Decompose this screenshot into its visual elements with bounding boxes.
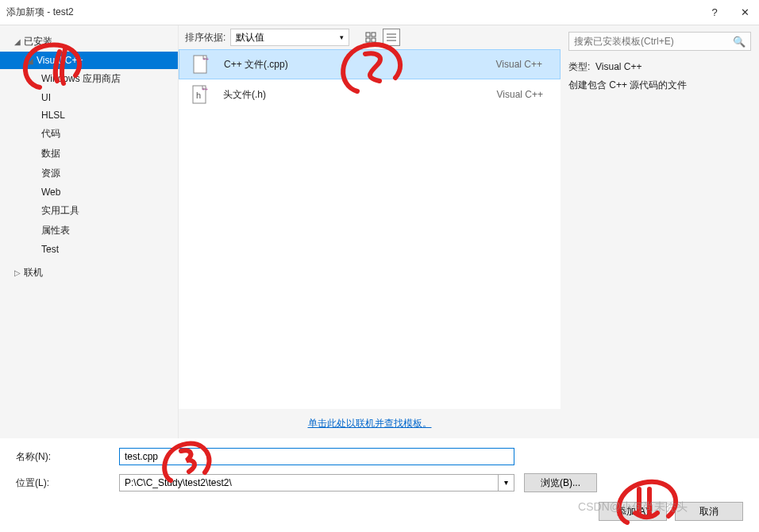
sort-label: 排序依据:	[185, 31, 225, 44]
tree-online[interactable]: ▷ 联机	[0, 263, 178, 283]
location-input[interactable]	[119, 474, 499, 492]
svg-rect-3	[372, 38, 376, 42]
tree-installed[interactable]: ◢ 已安装	[0, 32, 178, 52]
chevron-down-icon: ◢	[27, 56, 37, 65]
search-input[interactable]	[574, 36, 733, 47]
template-panel: 排序依据: 默认值 ▾ ++ C++ 文件(.cpp) Visual C+	[179, 25, 561, 438]
svg-rect-2	[366, 38, 370, 42]
tree-windows-store[interactable]: Windows 应用商店	[0, 69, 178, 89]
search-icon[interactable]: 🔍	[733, 36, 746, 48]
online-templates-link: 单击此处以联机并查找模板。	[179, 409, 561, 438]
svg-rect-0	[366, 33, 370, 37]
details-panel: 🔍 类型: Visual C++ 创建包含 C++ 源代码的文件	[561, 25, 759, 438]
tree-propsheet[interactable]: 属性表	[0, 221, 178, 241]
online-link[interactable]: 单击此处以联机并查找模板。	[308, 418, 432, 429]
cpp-file-icon: ++	[191, 54, 211, 75]
detail-type: 类型: Visual C++	[568, 60, 751, 74]
category-tree: ◢ 已安装 ◢ Visual C++ Windows 应用商店 UI HLSL …	[0, 25, 179, 438]
titlebar: 添加新项 - test2 ? ✕	[0, 0, 759, 25]
template-lang: Visual C++	[496, 59, 549, 70]
svg-text:++: ++	[202, 87, 208, 92]
tree-visual-cpp[interactable]: ◢ Visual C++	[0, 52, 178, 69]
tree-test[interactable]: Test	[0, 241, 178, 258]
h-file-icon: h++	[190, 84, 210, 105]
chevron-down-icon: ◢	[14, 37, 24, 46]
tree-ui[interactable]: UI	[0, 89, 178, 106]
svg-text:h: h	[196, 91, 201, 100]
tree-code[interactable]: 代码	[0, 124, 178, 144]
browse-button[interactable]: 浏览(B)...	[524, 473, 597, 492]
tree-data[interactable]: 数据	[0, 144, 178, 164]
window-title: 添加新项 - test2	[6, 6, 707, 19]
template-name: 头文件(.h)	[223, 88, 497, 102]
tree-hlsl[interactable]: HLSL	[0, 106, 178, 124]
view-small-icon[interactable]	[383, 29, 400, 46]
chevron-right-icon: ▷	[14, 268, 24, 277]
name-input[interactable]	[119, 448, 514, 465]
location-dropdown[interactable]: ▾	[499, 474, 514, 492]
template-name: C++ 文件(.cpp)	[224, 58, 496, 71]
svg-text:++: ++	[202, 56, 209, 62]
name-label: 名称(N):	[16, 450, 119, 464]
close-button[interactable]: ✕	[737, 6, 753, 18]
search-box[interactable]: 🔍	[568, 32, 751, 51]
template-cpp-file[interactable]: ++ C++ 文件(.cpp) Visual C++	[179, 49, 561, 79]
chevron-down-icon: ▾	[340, 33, 344, 41]
detail-description: 创建包含 C++ 源代码的文件	[568, 79, 751, 92]
sort-dropdown[interactable]: 默认值 ▾	[230, 29, 349, 46]
bottom-form: 名称(N): 位置(L): ▾ 浏览(B)...	[0, 438, 759, 492]
help-button[interactable]: ?	[707, 6, 722, 18]
template-lang: Visual C++	[497, 89, 549, 100]
template-header-file[interactable]: h++ 头文件(.h) Visual C++	[179, 79, 561, 110]
svg-rect-1	[372, 33, 376, 37]
add-button[interactable]: 添加(A)	[599, 502, 667, 521]
tree-web[interactable]: Web	[0, 183, 178, 201]
tree-resource[interactable]: 资源	[0, 164, 178, 183]
template-list: ++ C++ 文件(.cpp) Visual C++ h++ 头文件(.h) V…	[179, 49, 561, 409]
view-medium-icon[interactable]	[362, 29, 380, 46]
cancel-button[interactable]: 取消	[675, 502, 743, 521]
tree-utility[interactable]: 实用工具	[0, 201, 178, 221]
location-label: 位置(L):	[16, 476, 119, 490]
